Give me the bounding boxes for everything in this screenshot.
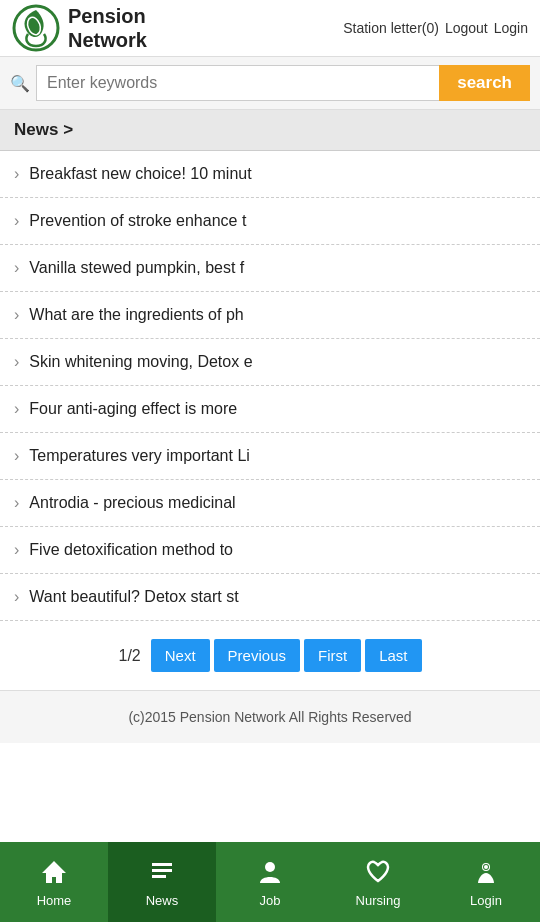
news-title: What are the ingredients of ph <box>29 306 243 324</box>
header-links: Station letter(0) Logout Login <box>343 20 528 36</box>
logo-bottom: Network <box>68 28 147 52</box>
search-input[interactable] <box>36 65 439 101</box>
news-item[interactable]: › Want beautiful? Detox start st <box>0 574 540 621</box>
news-item[interactable]: › Temperatures very important Li <box>0 433 540 480</box>
login-link[interactable]: Login <box>494 20 528 36</box>
news-title: Five detoxification method to <box>29 541 233 559</box>
chevron-icon: › <box>14 588 19 606</box>
chevron-icon: › <box>14 447 19 465</box>
footer-copyright: (c)2015 Pension Network All Rights Reser… <box>0 690 540 743</box>
news-title: Breakfast new choice! 10 minut <box>29 165 251 183</box>
news-item[interactable]: › Prevention of stroke enhance t <box>0 198 540 245</box>
next-button[interactable]: Next <box>151 639 210 672</box>
chevron-icon: › <box>14 400 19 418</box>
logo-area: Pension Network <box>12 4 147 52</box>
news-title: Skin whitening moving, Detox e <box>29 353 252 371</box>
logo-text: Pension Network <box>68 4 147 52</box>
station-letter-link[interactable]: Station letter(0) <box>343 20 439 36</box>
news-list: › Breakfast new choice! 10 minut› Preven… <box>0 151 540 621</box>
news-title: Prevention of stroke enhance t <box>29 212 246 230</box>
chevron-icon: › <box>14 541 19 559</box>
chevron-icon: › <box>14 306 19 324</box>
previous-button[interactable]: Previous <box>214 639 300 672</box>
news-title: Want beautiful? Detox start st <box>29 588 238 606</box>
chevron-icon: › <box>14 165 19 183</box>
chevron-icon: › <box>14 353 19 371</box>
news-title: Antrodia - precious medicinal <box>29 494 235 512</box>
last-button[interactable]: Last <box>365 639 421 672</box>
search-icon: 🔍 <box>10 74 30 93</box>
news-item[interactable]: › What are the ingredients of ph <box>0 292 540 339</box>
search-bar: 🔍 search <box>0 57 540 110</box>
chevron-icon: › <box>14 494 19 512</box>
news-item[interactable]: › Four anti-aging effect is more <box>0 386 540 433</box>
first-button[interactable]: First <box>304 639 361 672</box>
pagination: 1/2 Next Previous First Last <box>0 621 540 690</box>
chevron-icon: › <box>14 212 19 230</box>
news-item[interactable]: › Antrodia - precious medicinal <box>0 480 540 527</box>
news-item[interactable]: › Skin whitening moving, Detox e <box>0 339 540 386</box>
logo-top: Pension <box>68 4 147 28</box>
news-title: Vanilla stewed pumpkin, best f <box>29 259 244 277</box>
news-item[interactable]: › Vanilla stewed pumpkin, best f <box>0 245 540 292</box>
chevron-icon: › <box>14 259 19 277</box>
page-info: 1/2 <box>119 647 141 665</box>
page-total: 2 <box>132 647 141 664</box>
search-button[interactable]: search <box>439 65 530 101</box>
header: Pension Network Station letter(0) Logout… <box>0 0 540 57</box>
news-heading: News > <box>0 110 540 151</box>
news-title: Temperatures very important Li <box>29 447 250 465</box>
news-title: Four anti-aging effect is more <box>29 400 237 418</box>
logout-link[interactable]: Logout <box>445 20 488 36</box>
news-item[interactable]: › Five detoxification method to <box>0 527 540 574</box>
logo-icon <box>12 4 60 52</box>
news-item[interactable]: › Breakfast new choice! 10 minut <box>0 151 540 198</box>
